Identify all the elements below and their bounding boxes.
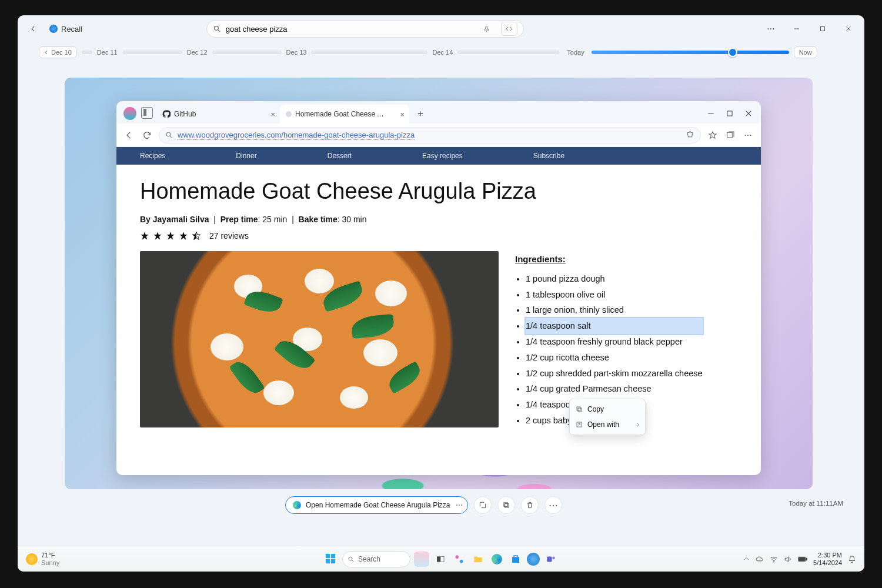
taskbar[interactable]: 71°FSunny Search 2:30 PM5/14/2024 [18,546,864,572]
code-icon[interactable] [501,22,517,36]
svg-rect-13 [331,554,335,558]
mic-icon[interactable] [480,22,494,36]
timeline-segment[interactable] [122,51,182,54]
new-tab-button[interactable]: ＋ [413,106,428,121]
timeline-now-pill[interactable]: Now [794,46,817,58]
taskbar-widget-icon[interactable] [414,552,429,567]
svg-point-16 [349,557,352,560]
tab-github[interactable]: GitHub× [156,105,280,123]
recipe-content: Homemade Goat Cheese Arugula Pizza By Ja… [116,165,761,443]
onedrive-icon[interactable] [756,555,764,563]
teams-icon[interactable] [543,552,559,567]
more-actions-icon[interactable]: ⋯ [544,496,562,514]
close-button[interactable] [841,21,856,36]
system-tray[interactable]: 2:30 PM5/14/2024 [743,552,856,566]
window-controls: ··· [763,21,856,36]
ingredient-item[interactable]: 1/4 teaspoon salt [526,318,703,334]
sidebar-toggle-icon[interactable] [141,107,153,119]
start-button[interactable] [323,552,339,567]
menu-icon[interactable]: ··· [742,129,754,141]
wifi-icon[interactable] [770,555,778,563]
taskview-icon[interactable] [433,552,448,567]
svg-rect-7 [578,408,582,412]
taskbar-copilot-icon[interactable] [527,553,540,566]
context-open-with[interactable]: Open with› [570,417,645,432]
open-more-icon[interactable]: ⋯ [456,501,463,509]
svg-point-0 [214,26,218,30]
profile-avatar[interactable] [123,107,136,120]
search-icon [348,556,355,563]
search-input[interactable] [226,25,475,34]
timeline-segment[interactable] [82,51,92,54]
svg-rect-19 [512,557,519,563]
notifications-icon[interactable] [848,555,856,563]
ingredient-item[interactable]: 1 tablespoon olive oil [526,287,703,303]
browser-tabstrip: GitHub× Homemade Goat Cheese Arugula Piz… [116,101,761,123]
taskbar-center: Search [323,551,559,567]
svg-rect-12 [326,554,330,558]
browser-minimize[interactable] [703,106,719,121]
more-icon[interactable]: ··· [763,21,779,36]
context-menu[interactable]: Copy Open with› [569,399,646,435]
ingredient-item[interactable]: 1 pound pizza dough [526,271,703,287]
tab-close-icon[interactable]: × [400,110,405,119]
timeline-segment[interactable] [212,51,282,54]
ingredient-item[interactable]: 1/2 cup ricotta cheese [526,350,703,366]
timeline-segment[interactable] [311,51,427,54]
timeline-segment[interactable] [457,51,560,54]
volume-icon[interactable] [784,555,792,563]
collections-icon[interactable] [724,129,736,141]
nav-back-icon[interactable] [123,129,135,141]
copy-icon [576,406,583,413]
svg-point-4 [166,132,171,136]
app-bar: Recall ··· [18,15,864,42]
browser-maximize[interactable] [722,106,737,121]
clock[interactable]: 2:30 PM5/14/2024 [813,552,842,566]
star-icon [179,231,188,240]
context-copy[interactable]: Copy [570,402,645,417]
favicon-placeholder [286,111,292,117]
timeline-knob[interactable] [728,48,737,57]
recipe-meta: By Jayamali Silva | Prep time: 25 min | … [140,215,737,224]
ingredient-item[interactable]: 1/4 cup grated Parmesan cheese [526,381,703,397]
tab-close-icon[interactable]: × [270,110,275,119]
battery-icon[interactable] [798,556,807,563]
nav-link[interactable]: Dessert [328,152,352,160]
back-button[interactable] [26,21,41,36]
open-icon [576,421,583,428]
crop-icon[interactable] [474,496,492,514]
ingredient-item[interactable]: 1/2 cup shredded part-skim mozzarella ch… [526,366,703,382]
nav-link[interactable]: Recipes [140,152,165,160]
ingredient-item[interactable]: 1 large onion, thinly sliced [526,302,703,318]
store-icon[interactable] [508,552,523,567]
shopping-icon[interactable] [686,130,694,141]
taskbar-search[interactable]: Search [342,551,410,567]
refresh-icon[interactable] [141,129,153,141]
ingredient-item[interactable]: 1/4 teaspoon freshly ground black pepper [526,334,703,350]
timeline-back-pill[interactable]: Dec 10 [39,46,77,58]
star-icon [153,231,162,240]
sun-icon [26,553,38,565]
weather-widget[interactable]: 71°FSunny [26,552,59,566]
copy-icon[interactable] [497,496,515,514]
address-bar[interactable]: www.woodgrovegroceries.com/homemade-goat… [159,127,701,143]
chevron-up-icon[interactable] [743,556,750,562]
tab-recipe[interactable]: Homemade Goat Cheese Arugula Pizz× [280,105,409,123]
nav-link[interactable]: Easy recipes [422,152,463,160]
nav-link[interactable]: Dinner [236,152,256,160]
open-snapshot-button[interactable]: Open Homemade Goat Cheese Arugula Pizza … [285,496,468,514]
svg-rect-25 [806,558,807,560]
copilot-icon[interactable] [452,552,467,567]
timeline-today-track[interactable] [592,51,789,54]
maximize-button[interactable] [815,21,830,36]
edge-icon[interactable] [489,552,505,567]
minimize-button[interactable] [789,21,804,36]
explorer-icon[interactable] [470,552,486,567]
nav-link[interactable]: Subscribe [533,152,564,160]
favorite-icon[interactable] [707,129,719,141]
delete-icon[interactable] [521,496,539,514]
timeline[interactable]: Dec 10 Dec 11 Dec 12 Dec 13 Dec 14 Today… [18,42,864,62]
search-box[interactable] [206,20,524,38]
snapshot-card: GitHub× Homemade Goat Cheese Arugula Piz… [65,78,813,489]
browser-close[interactable] [741,106,756,121]
